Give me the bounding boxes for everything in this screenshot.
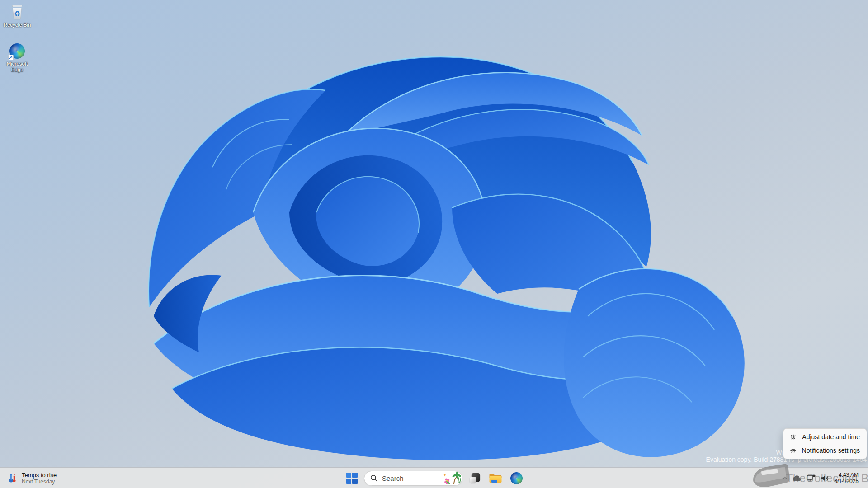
file-explorer-icon bbox=[489, 473, 502, 484]
taskbar-center: Search bbox=[343, 468, 525, 488]
weather-subtext: Next Tuesday bbox=[22, 479, 57, 485]
tropical-art-icon bbox=[443, 472, 461, 485]
shortcut-arrow-icon bbox=[8, 55, 14, 60]
desktop-icon-recycle-bin[interactable]: ♻ Recycle Bin bbox=[0, 4, 34, 28]
edge-icon bbox=[9, 42, 26, 60]
search-box[interactable]: Search bbox=[364, 471, 462, 486]
menu-item-label: Notifications settings bbox=[802, 447, 860, 454]
task-view-icon bbox=[468, 472, 481, 485]
menu-item-notifications-settings[interactable]: Notifications settings bbox=[785, 444, 865, 457]
desktop: ♻ Recycle Bin Microsoft Edge Windows 11 … bbox=[0, 0, 868, 488]
windows-start-icon bbox=[346, 473, 358, 484]
desktop-icon-label: Microsoft Edge bbox=[1, 61, 33, 72]
start-button[interactable] bbox=[343, 469, 360, 487]
book-icon bbox=[749, 462, 793, 488]
widgets-weather-button[interactable]: Temps to rise Next Tuesday bbox=[5, 468, 59, 488]
desktop-icon-label: Recycle Bin bbox=[4, 22, 31, 28]
svg-text:♻: ♻ bbox=[14, 9, 20, 18]
wallpaper-bloom bbox=[0, 0, 868, 488]
edge-icon bbox=[510, 472, 523, 484]
edge-taskbar-button[interactable] bbox=[508, 469, 525, 487]
search-icon bbox=[370, 474, 377, 482]
taskbar-context-menu: Adjust date and time Notifications setti… bbox=[783, 428, 867, 459]
menu-item-adjust-date-time[interactable]: Adjust date and time bbox=[785, 430, 865, 444]
weather-headline: Temps to rise bbox=[22, 472, 57, 479]
search-placeholder: Search bbox=[382, 474, 443, 482]
desktop-icon-microsoft-edge[interactable]: Microsoft Edge bbox=[0, 42, 34, 72]
gear-icon bbox=[790, 433, 796, 441]
taskbar: Temps to rise Next Tuesday Search bbox=[0, 467, 868, 488]
recycle-bin-icon: ♻ bbox=[9, 4, 26, 21]
file-explorer-button[interactable] bbox=[487, 469, 504, 487]
thermometer-icon bbox=[7, 473, 18, 483]
gear-icon bbox=[790, 447, 796, 455]
task-view-button[interactable] bbox=[466, 469, 483, 487]
overlay-watermark-text: TheCollection Book bbox=[786, 472, 868, 485]
menu-item-label: Adjust date and time bbox=[802, 433, 860, 441]
